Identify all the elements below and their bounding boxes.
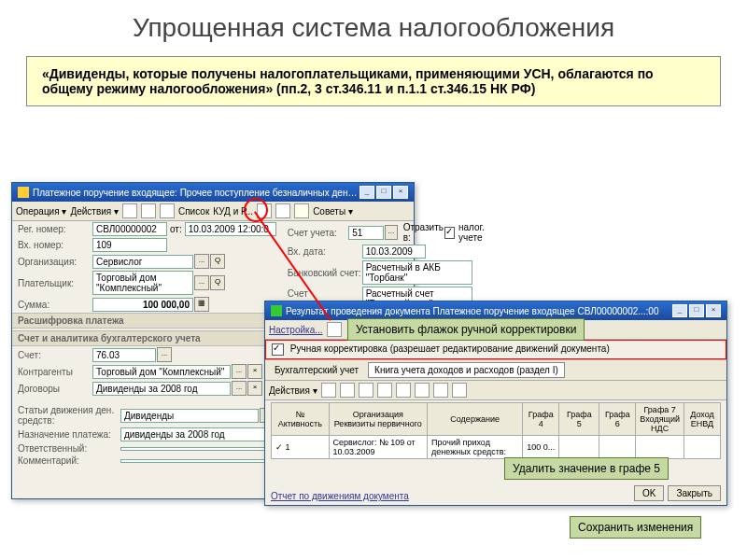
slide-title: Упрощенная система налогообложения <box>0 0 747 50</box>
table-row[interactable]: ✓ 1 Сервислог: № 109 от 10.03.2009 Прочи… <box>272 436 721 459</box>
vh-no-input[interactable]: 109 <box>92 238 167 252</box>
col-desc: Содержание <box>428 403 523 436</box>
resp-label: Ответственный: <box>18 443 120 454</box>
org-label: Организация: <box>18 257 92 267</box>
win2-maximize-button[interactable]: □ <box>689 304 704 317</box>
cell-num: ✓ 1 <box>272 436 330 459</box>
contr-clear-button[interactable]: × <box>247 364 262 379</box>
score-input[interactable]: 76.03 <box>92 348 156 362</box>
payer-input[interactable]: Торговый дом "Комплексный" <box>92 271 193 295</box>
bank-input[interactable]: Расчетный в АКБ "Торбанк" <box>362 260 472 285</box>
print-icon[interactable] <box>160 203 175 218</box>
act-icon-8[interactable] <box>452 383 467 398</box>
minimize-button[interactable]: _ <box>359 186 374 199</box>
cell-desc: Прочий приход денежных средств: <box>428 436 523 459</box>
table-header-row: № Активность Организация Реквизиты перви… <box>272 403 721 436</box>
tax-checkbox[interactable] <box>444 227 455 239</box>
dds-label: Статьи движения ден. средств: <box>18 405 120 426</box>
actions-menu[interactable]: Действия ▾ <box>269 385 317 396</box>
act-icon-6[interactable] <box>415 383 430 398</box>
post-icon[interactable] <box>141 203 156 218</box>
close-button[interactable]: × <box>393 186 408 199</box>
payer-label: Плательщик: <box>18 278 92 288</box>
settings-link[interactable]: Настройка... <box>269 325 323 335</box>
act-icon-4[interactable] <box>377 383 392 398</box>
comment-label: Комментарий: <box>18 455 120 466</box>
report-link[interactable]: Отчет по движениям документа <box>271 491 409 501</box>
tool-icon-2[interactable] <box>275 203 290 218</box>
score-select-button[interactable]: ... <box>157 347 172 362</box>
dog-select-button[interactable]: ... <box>232 381 247 396</box>
reflect-label: Отразить в: <box>403 222 444 243</box>
cell-g8 <box>684 436 721 459</box>
acct-label: Счет учета: <box>288 228 348 238</box>
col-g8: Доход ЕНВД <box>684 403 721 436</box>
sum-input[interactable]: 100 000,00 <box>92 298 193 312</box>
org-input[interactable]: Сервислог <box>92 255 193 269</box>
result-table: № Активность Организация Реквизиты перви… <box>271 402 721 459</box>
reg-no-input[interactable]: СВЛ00000002 <box>92 222 167 236</box>
toolbar-1: Операция ▾ Действия ▾ Список КУД и Р... … <box>12 202 414 221</box>
maximize-button[interactable]: □ <box>376 186 391 199</box>
callout-save: Сохранить изменения <box>570 516 701 539</box>
dog-clear-button[interactable]: × <box>247 381 262 396</box>
col-g7: Графа 7 Входящий НДС <box>636 403 684 436</box>
cell-g4: 100 0... <box>523 436 559 459</box>
menu-actions[interactable]: Действия ▾ <box>70 206 119 217</box>
help-icon[interactable] <box>327 322 342 337</box>
vh-date-input[interactable]: 10.03.2009 <box>362 245 426 259</box>
cell-g7 <box>636 436 684 459</box>
cell-org: Сервислог: № 109 от 10.03.2009 <box>329 436 427 459</box>
col-num: № Активность <box>272 403 330 436</box>
acct-input[interactable]: 51 <box>348 226 384 240</box>
act-icon-3[interactable] <box>359 383 374 398</box>
ok-button[interactable]: OK <box>634 485 664 501</box>
col-g5: Графа 5 <box>559 403 599 436</box>
manual-correction-checkbox[interactable] <box>272 343 284 356</box>
win2-close-button[interactable]: × <box>706 304 721 317</box>
active-check-icon: ✓ <box>275 442 283 452</box>
cell-g5[interactable] <box>559 436 599 459</box>
sum-calc-icon[interactable]: ▦ <box>194 297 209 312</box>
win2-minimize-button[interactable]: _ <box>672 304 687 317</box>
dds-input[interactable]: Дивиденды <box>120 409 259 423</box>
vh-no-label: Вх. номер: <box>18 240 92 250</box>
acct-select-button[interactable]: ... <box>385 225 397 240</box>
save-icon[interactable] <box>122 203 137 218</box>
cell-g6 <box>599 436 636 459</box>
reg-from-label: от: <box>170 224 182 234</box>
tabs-row: Бухгалтерский учет Книга учета доходов и… <box>265 359 726 381</box>
org-search-icon[interactable]: Q <box>210 254 225 269</box>
act-icon-5[interactable] <box>396 383 411 398</box>
debit-credit-icon[interactable] <box>294 203 309 218</box>
org-select-button[interactable]: ... <box>194 254 209 269</box>
sum-label: Сумма: <box>18 300 92 310</box>
tab-kudir[interactable]: Книга учета доходов и расходов (раздел I… <box>368 362 565 378</box>
window2-title: Результат проведения документа Платежное… <box>286 306 670 316</box>
act-icon-2[interactable] <box>340 383 355 398</box>
result-icon <box>271 305 282 316</box>
reg-no-label: Рег. номер: <box>18 224 92 234</box>
titlebar-2: Результат проведения документа Платежное… <box>265 301 726 320</box>
menu-tips[interactable]: Советы ▾ <box>313 206 353 217</box>
menu-kudir[interactable]: КУД и Р... <box>213 206 253 217</box>
quote-box: «Дивиденды, которые получены налогоплате… <box>26 56 721 106</box>
tab-accounting[interactable]: Бухгалтерский учет <box>269 363 364 377</box>
col-org: Организация Реквизиты первичного <box>329 403 427 436</box>
menu-operation[interactable]: Операция ▾ <box>16 206 66 217</box>
dog-input[interactable]: Дивиденды за 2008 год <box>92 382 231 396</box>
menu-list[interactable]: Список <box>178 206 209 217</box>
contr-select-button[interactable]: ... <box>232 364 247 379</box>
window1-title: Платежное поручение входящее: Прочее пос… <box>33 188 358 198</box>
callout-set-flag: Установить флажок ручной корректировки <box>347 318 585 341</box>
close-button-2[interactable]: Закрыть <box>668 485 721 501</box>
actions-toolbar: Действия ▾ <box>265 381 726 400</box>
titlebar-1: Платежное поручение входящее: Прочее пос… <box>12 183 414 202</box>
manual-correction-label: Ручная корректировка (разрешает редактир… <box>290 343 610 354</box>
manual-correction-row: Ручная корректировка (разрешает редактир… <box>265 340 726 359</box>
act-icon-7[interactable] <box>433 383 448 398</box>
contr-input[interactable]: Торговый дом "Комплексный" <box>92 365 231 379</box>
payer-search-icon[interactable]: Q <box>210 275 225 290</box>
act-icon-1[interactable] <box>321 383 336 398</box>
payer-select-button[interactable]: ... <box>194 275 209 290</box>
